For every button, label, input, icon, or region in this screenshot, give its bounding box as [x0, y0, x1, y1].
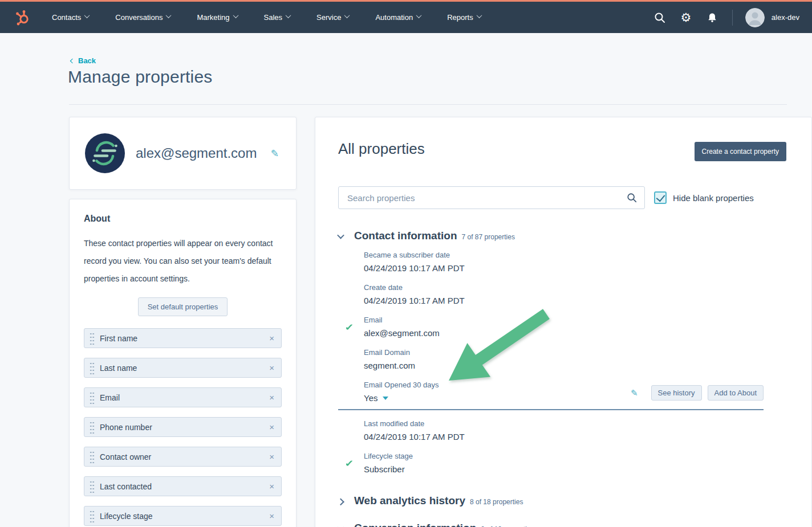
chevron-down-icon [476, 13, 482, 18]
section-header-conversion-information[interactable]: Conversion information2 of 12 properties [338, 522, 764, 527]
nav-item-conversations[interactable]: Conversations [102, 2, 184, 33]
nav-item-label: Automation [375, 13, 413, 22]
drag-handle-icon[interactable] [90, 450, 95, 463]
property-value: alex@segment.com [364, 328, 764, 339]
property-label: Last modified date [364, 419, 764, 428]
section-name: Conversion information [354, 522, 476, 527]
hide-blank-label: Hide blank properties [673, 193, 754, 203]
property-row-email-domain: Email Domainsegment.com [338, 348, 764, 371]
property-label: Email Domain [364, 348, 764, 357]
property-row-last-modified-date: Last modified date04/24/2019 10:17 AM PD… [338, 419, 764, 443]
segment-logo-avatar [85, 133, 125, 173]
default-property-item-first-name[interactable]: First name× [84, 328, 282, 348]
remove-icon[interactable]: × [269, 363, 274, 372]
remove-icon[interactable]: × [269, 393, 274, 402]
avatar[interactable] [745, 8, 765, 27]
property-value: 04/24/2019 10:17 AM PDT [364, 263, 764, 274]
drag-handle-icon[interactable] [90, 420, 95, 434]
chevron-right-icon[interactable] [338, 499, 348, 504]
nav-item-label: Contacts [52, 13, 81, 22]
property-label: Email [364, 316, 764, 325]
chevron-down-icon [286, 13, 291, 18]
hubspot-logo[interactable] [15, 9, 31, 26]
default-property-item-last-name[interactable]: Last name× [84, 358, 282, 378]
chevron-down-icon[interactable] [338, 234, 348, 239]
property-value-text: segment.com [364, 360, 415, 371]
nav-item-label: Sales [264, 13, 283, 22]
section-header-web-analytics-history[interactable]: Web analytics history8 of 18 properties [338, 495, 764, 507]
default-properties-list: First name×Last name×Email×Phone number×… [84, 328, 282, 527]
title-divider [69, 104, 787, 105]
bell-icon[interactable] [706, 11, 718, 24]
default-property-label: Last contacted [100, 482, 269, 491]
nav-item-reports[interactable]: Reports [434, 2, 494, 33]
nav-item-label: Conversations [115, 13, 163, 22]
check-icon: ✓ [344, 322, 354, 333]
create-contact-property-button[interactable]: Create a contact property [695, 142, 786, 161]
remove-icon[interactable]: × [269, 334, 274, 342]
section-count: 8 of 18 properties [470, 498, 523, 506]
default-property-item-lifecycle-stage[interactable]: Lifecycle stage× [84, 506, 282, 526]
search-icon[interactable] [653, 11, 666, 24]
nav-username[interactable]: alex-dev [772, 13, 799, 22]
page-title: Manage properties [68, 67, 213, 87]
nav-item-marketing[interactable]: Marketing [184, 2, 250, 33]
about-card: About These contact properties will appe… [69, 199, 297, 527]
default-property-label: Contact owner [100, 452, 269, 461]
set-default-properties-button[interactable]: Set default properties [138, 297, 228, 316]
property-row-lifecycle-stage: ✓Lifecycle stageSubscriber [338, 452, 764, 475]
drag-handle-icon[interactable] [90, 361, 95, 374]
property-label: Create date [364, 283, 764, 292]
property-row-email-opened-30-days: ✎See historyAdd to AboutEmail Opened 30 … [338, 381, 764, 410]
search-properties-input[interactable] [338, 186, 645, 209]
profile-card: alex@segment.com ✎ [69, 117, 297, 190]
property-value-text: Subscriber [364, 464, 405, 475]
default-property-label: Phone number [100, 423, 269, 432]
property-row-actions: ✎See historyAdd to About [631, 385, 764, 401]
default-property-item-email[interactable]: Email× [84, 387, 282, 407]
nav-item-label: Reports [447, 13, 473, 22]
edit-pencil-icon[interactable]: ✎ [631, 388, 638, 398]
nav-item-contacts[interactable]: Contacts [39, 2, 102, 33]
drag-handle-icon[interactable] [90, 391, 95, 404]
back-link[interactable]: Back [71, 56, 96, 65]
property-value: Subscriber [364, 464, 764, 475]
nav-divider [732, 10, 733, 26]
remove-icon[interactable]: × [269, 452, 274, 461]
remove-icon[interactable]: × [269, 512, 274, 520]
nav-menu: ContactsConversationsMarketingSalesServi… [39, 2, 494, 33]
gear-icon[interactable]: ⚙ [680, 11, 692, 24]
all-properties-card: All properties Create a contact property… [315, 117, 812, 527]
hide-blank-checkbox[interactable] [654, 191, 667, 204]
default-property-item-contact-owner[interactable]: Contact owner× [84, 447, 282, 467]
chevron-down-icon [84, 13, 90, 18]
remove-icon[interactable]: × [269, 482, 274, 491]
back-label: Back [78, 56, 96, 65]
section-count: 7 of 87 properties [462, 233, 515, 241]
nav-item-service[interactable]: Service [303, 2, 362, 33]
remove-icon[interactable]: × [269, 423, 274, 431]
section-header-contact-information[interactable]: Contact information7 of 87 properties [338, 230, 764, 242]
default-property-item-phone-number[interactable]: Phone number× [84, 417, 282, 437]
property-value: 04/24/2019 10:17 AM PDT [364, 295, 764, 307]
all-properties-title: All properties [338, 140, 425, 158]
property-value: segment.com [364, 360, 764, 371]
about-title: About [84, 214, 282, 224]
check-icon: ✓ [344, 458, 354, 469]
chevron-down-icon[interactable] [383, 397, 388, 400]
see-history-button[interactable]: See history [651, 385, 702, 401]
drag-handle-icon[interactable] [90, 332, 95, 345]
property-label: Became a subscriber date [364, 251, 764, 260]
default-property-item-last-contacted[interactable]: Last contacted× [84, 476, 282, 496]
property-row-create-date: Create date04/24/2019 10:17 AM PDT [338, 283, 764, 307]
nav-item-label: Marketing [197, 13, 229, 22]
nav-item-automation[interactable]: Automation [362, 2, 434, 33]
property-row-became-a-subscriber-date: Became a subscriber date04/24/2019 10:17… [338, 251, 764, 274]
drag-handle-icon[interactable] [90, 480, 95, 493]
edit-pencil-icon[interactable]: ✎ [271, 148, 279, 160]
drag-handle-icon[interactable] [90, 509, 95, 522]
default-property-label: Email [100, 393, 269, 402]
add-to-about-button[interactable]: Add to About [708, 385, 764, 401]
nav-item-sales[interactable]: Sales [251, 2, 304, 33]
chevron-down-icon [233, 13, 238, 18]
